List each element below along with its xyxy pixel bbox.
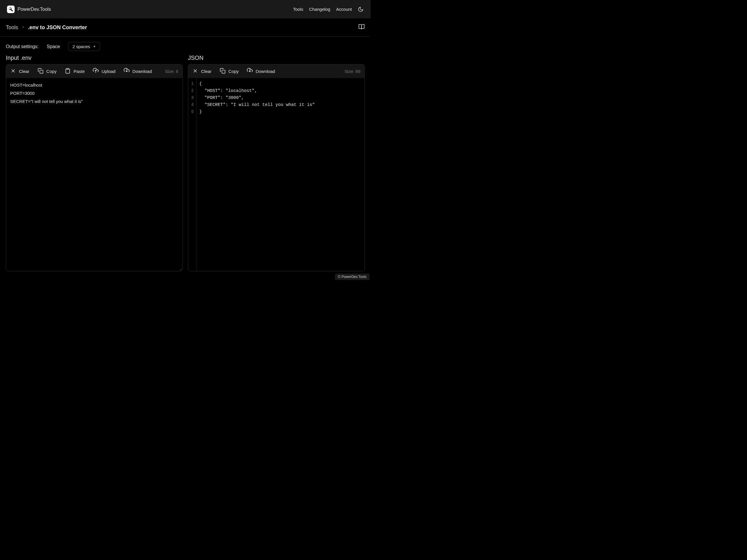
breadcrumb: Tools .env to JSON Converter [6, 25, 87, 31]
space-label: Space [47, 44, 60, 49]
output-panel: JSON Clear Copy Download Size: 89 [188, 55, 365, 271]
settings-row: Output settings: Space 2 spaces ▼ [1, 37, 369, 55]
download-label: Download [256, 69, 275, 74]
space-dropdown-value: 2 spaces [72, 44, 90, 49]
output-settings-label: Output settings: [6, 44, 38, 49]
svg-rect-11 [222, 70, 225, 74]
output-editor: 12345 { "HOST": "localhost", "PORT": "30… [188, 78, 364, 271]
page-header: Tools .env to JSON Converter [1, 18, 369, 37]
breadcrumb-current: .env to JSON Converter [28, 25, 87, 31]
env-textarea[interactable] [6, 78, 182, 271]
chevron-right-icon [21, 25, 25, 31]
copy-button[interactable]: Copy [37, 68, 57, 75]
upload-icon [93, 68, 99, 75]
clear-label: Clear [19, 69, 29, 74]
brand-text: PowerDev.Tools [18, 7, 51, 12]
x-icon [192, 68, 198, 75]
input-title: Input .env [6, 55, 183, 61]
svg-rect-3 [67, 69, 69, 70]
upload-button[interactable]: Upload [93, 68, 115, 75]
paste-icon [65, 68, 71, 75]
topbar: PowerDev.Tools Tools Changelog Account [0, 0, 370, 18]
paste-label: Paste [74, 69, 85, 74]
clear-button[interactable]: Clear [10, 68, 29, 75]
svg-rect-2 [40, 70, 43, 74]
output-title: JSON [188, 55, 365, 61]
input-toolbar: Clear Copy Paste Upload [6, 64, 182, 78]
nav-tools[interactable]: Tools [293, 7, 303, 12]
output-toolbar: Clear Copy Download Size: 89 [188, 64, 364, 78]
input-size: Size: 6 [165, 69, 178, 74]
output-box: Clear Copy Download Size: 89 12345 [188, 64, 365, 271]
download-icon [124, 68, 130, 75]
upload-label: Upload [102, 69, 115, 74]
json-code: { "HOST": "localhost", "PORT": "3000", "… [197, 78, 318, 271]
copy-icon [37, 68, 44, 75]
copy-label: Copy [229, 69, 239, 74]
download-button[interactable]: Download [124, 68, 152, 75]
x-icon [10, 68, 16, 75]
breadcrumb-root[interactable]: Tools [6, 25, 18, 31]
input-editor [6, 78, 182, 271]
input-panel: Input .env Clear Copy Paste [6, 55, 183, 271]
space-dropdown[interactable]: 2 spaces ▼ [68, 42, 100, 51]
book-icon[interactable] [358, 24, 365, 31]
moon-icon[interactable] [358, 6, 364, 12]
output-size: Size: 89 [344, 69, 360, 74]
nav: Tools Changelog Account [293, 6, 364, 12]
download-label: Download [132, 69, 152, 74]
clear-button[interactable]: Clear [192, 68, 211, 75]
panels: Input .env Clear Copy Paste [1, 55, 369, 271]
caret-down-icon: ▼ [93, 45, 96, 48]
json-view[interactable]: 12345 { "HOST": "localhost", "PORT": "30… [188, 78, 364, 271]
footer: © PowerDev.Tools [335, 273, 369, 280]
nav-changelog[interactable]: Changelog [309, 7, 330, 12]
download-button[interactable]: Download [247, 68, 275, 75]
wrench-icon [7, 5, 15, 13]
nav-account[interactable]: Account [336, 7, 352, 12]
line-gutter: 12345 [188, 78, 197, 271]
input-box: Clear Copy Paste Upload [6, 64, 183, 271]
brand[interactable]: PowerDev.Tools [7, 5, 51, 13]
download-icon [247, 68, 253, 75]
copy-icon [220, 68, 226, 75]
clear-label: Clear [201, 69, 211, 74]
copy-label: Copy [46, 69, 57, 74]
paste-button[interactable]: Paste [65, 68, 85, 75]
copy-button[interactable]: Copy [220, 68, 239, 75]
content: Tools .env to JSON Converter Output sett… [1, 18, 369, 280]
